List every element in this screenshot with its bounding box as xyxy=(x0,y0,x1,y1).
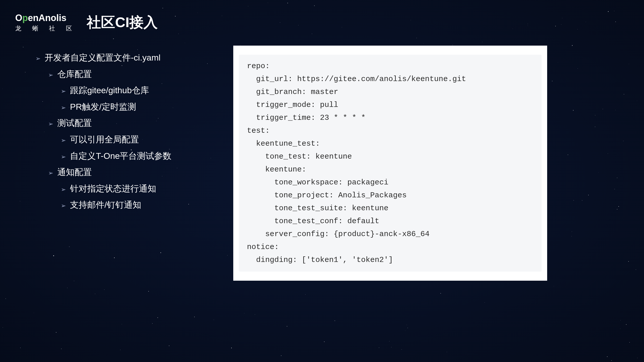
bullet-item: ➢ 通知配置 xyxy=(48,164,171,180)
bullet-item: ➢ 自定义T-One平台测试参数 xyxy=(61,148,171,164)
logo: OpenAnolis 龙 蜥 社 区 xyxy=(15,13,77,32)
bullet-text: 仓库配置 xyxy=(57,66,92,82)
logo-rest: enAnolis xyxy=(28,13,66,23)
chevron-right-icon: ➢ xyxy=(61,184,66,195)
chevron-right-icon: ➢ xyxy=(61,200,66,212)
bullet-item: ➢ 支持邮件/钉钉通知 xyxy=(61,197,171,213)
bullet-text: 针对指定状态进行通知 xyxy=(70,180,156,197)
logo-o: O xyxy=(15,13,22,23)
chevron-right-icon: ➢ xyxy=(61,135,66,146)
bullet-text: PR触发/定时监测 xyxy=(70,99,136,115)
chevron-right-icon: ➢ xyxy=(48,69,53,81)
bullet-text: 通知配置 xyxy=(57,164,92,180)
code-block: repo: git_url: https://gitee.com/anolis/… xyxy=(239,55,542,272)
bullet-text: 测试配置 xyxy=(57,115,92,131)
bullet-item: ➢ 测试配置 xyxy=(48,115,171,131)
yaml-code: repo: git_url: https://gitee.com/anolis/… xyxy=(247,60,533,266)
logo-sub: 龙 蜥 社 区 xyxy=(15,24,77,32)
bullet-item: ➢ PR触发/定时监测 xyxy=(61,99,171,115)
chevron-right-icon: ➢ xyxy=(61,102,66,113)
page-title: 社区CI接入 xyxy=(87,13,158,32)
chevron-right-icon: ➢ xyxy=(48,118,53,130)
header: OpenAnolis 龙 蜥 社 区 社区CI接入 xyxy=(15,13,158,32)
bullet-item: ➢ 跟踪gitee/github仓库 xyxy=(61,82,171,99)
bullet-item: ➢ 可以引用全局配置 xyxy=(61,131,171,148)
bullet-text: 可以引用全局配置 xyxy=(70,131,139,148)
bullet-item: ➢ 仓库配置 xyxy=(48,66,171,82)
logo-main: OpenAnolis xyxy=(15,13,77,23)
bullet-item: ➢ 开发者自定义配置文件-ci.yaml xyxy=(35,49,171,66)
bullet-text: 开发者自定义配置文件-ci.yaml xyxy=(45,49,160,66)
chevron-right-icon: ➢ xyxy=(48,167,53,179)
bullet-item: ➢ 针对指定状态进行通知 xyxy=(61,180,171,197)
chevron-right-icon: ➢ xyxy=(35,53,41,64)
code-panel: repo: git_url: https://gitee.com/anolis/… xyxy=(233,46,547,281)
chevron-right-icon: ➢ xyxy=(61,85,66,97)
bullet-text: 支持邮件/钉钉通知 xyxy=(70,197,141,213)
bullet-list: ➢ 开发者自定义配置文件-ci.yaml ➢ 仓库配置 ➢ 跟踪gitee/gi… xyxy=(35,49,171,213)
chevron-right-icon: ➢ xyxy=(61,151,66,163)
logo-p: p xyxy=(22,13,28,23)
bullet-text: 跟踪gitee/github仓库 xyxy=(70,82,149,99)
bullet-text: 自定义T-One平台测试参数 xyxy=(70,148,171,164)
